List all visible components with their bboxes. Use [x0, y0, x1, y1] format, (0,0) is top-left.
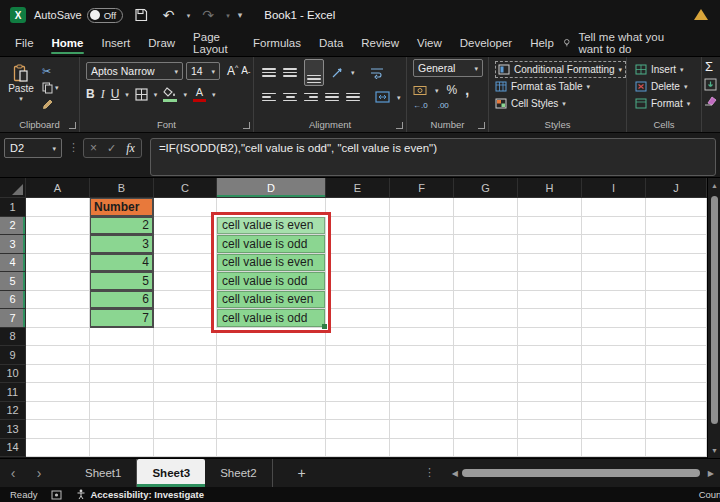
format-cells-button[interactable]: Format ▾: [635, 95, 701, 112]
row-header-8[interactable]: 8: [0, 328, 26, 347]
cell-B12[interactable]: [90, 402, 154, 421]
accessibility-status[interactable]: Accessibility: Investigate: [76, 489, 204, 500]
clear-button[interactable]: [702, 95, 717, 106]
cell-H1[interactable]: [518, 198, 582, 217]
scroll-up-icon[interactable]: ▲: [708, 182, 720, 189]
font-size-select[interactable]: 14▾: [186, 62, 220, 80]
cell-F4[interactable]: [390, 254, 454, 273]
cell-B5[interactable]: 5: [90, 272, 154, 291]
cell-F3[interactable]: [390, 235, 454, 254]
cell-D13[interactable]: [217, 420, 326, 439]
cell-H2[interactable]: [518, 217, 582, 236]
font-color-button[interactable]: A: [193, 86, 206, 102]
row-header-6[interactable]: 6: [0, 291, 26, 310]
cell-A12[interactable]: [26, 402, 90, 421]
bold-button[interactable]: B: [86, 87, 95, 101]
cell-I11[interactable]: [582, 383, 646, 402]
cell-H12[interactable]: [518, 402, 582, 421]
cell-A1[interactable]: [26, 198, 90, 217]
cell-I14[interactable]: [582, 439, 646, 458]
select-all-corner[interactable]: [0, 178, 26, 198]
cell-J8[interactable]: [646, 328, 707, 347]
enter-button[interactable]: ✓: [107, 142, 116, 155]
row-header-7[interactable]: 7: [0, 309, 26, 328]
number-dialog-launcher-icon[interactable]: [478, 122, 485, 129]
cell-J2[interactable]: [646, 217, 707, 236]
insert-function-button[interactable]: fx: [126, 141, 135, 156]
cell-A3[interactable]: [26, 235, 90, 254]
cell-E14[interactable]: [326, 439, 390, 458]
cell-C9[interactable]: [154, 346, 217, 365]
merge-center-button[interactable]: [375, 91, 390, 103]
align-middle-button[interactable]: [283, 68, 297, 77]
merge-center-dropdown-icon[interactable]: ▾: [397, 94, 401, 101]
fill-button[interactable]: [702, 78, 717, 91]
cancel-button[interactable]: ×: [90, 141, 97, 155]
autosave-toggle[interactable]: Off: [87, 8, 123, 23]
row-header-12[interactable]: 12: [0, 402, 26, 421]
cell-E3[interactable]: [326, 235, 390, 254]
cell-D9[interactable]: [217, 346, 326, 365]
sheet-tab-sheet1[interactable]: Sheet1: [70, 459, 137, 487]
cell-A5[interactable]: [26, 272, 90, 291]
cell-D3[interactable]: cell value is odd: [217, 235, 326, 254]
cell-F9[interactable]: [390, 346, 454, 365]
cell-G8[interactable]: [454, 328, 518, 347]
cell-B1[interactable]: Number: [90, 198, 154, 217]
cell-D8[interactable]: [217, 328, 326, 347]
cell-D5[interactable]: cell value is odd: [217, 272, 326, 291]
cell-J3[interactable]: [646, 235, 707, 254]
cell-C12[interactable]: [154, 402, 217, 421]
tab-page-layout[interactable]: Page Layout: [184, 30, 244, 56]
tab-formulas[interactable]: Formulas: [244, 30, 310, 56]
cell-H7[interactable]: [518, 309, 582, 328]
cell-H14[interactable]: [518, 439, 582, 458]
row-header-9[interactable]: 9: [0, 346, 26, 365]
cell-G3[interactable]: [454, 235, 518, 254]
name-box[interactable]: D2 ▾: [4, 138, 62, 158]
clipboard-dialog-launcher-icon[interactable]: [69, 122, 76, 129]
cell-J5[interactable]: [646, 272, 707, 291]
orientation-button[interactable]: [331, 66, 344, 79]
cell-B9[interactable]: [90, 346, 154, 365]
accounting-format-button[interactable]: [413, 85, 427, 96]
cell-H5[interactable]: [518, 272, 582, 291]
tell-me-search[interactable]: Tell me what you want to do: [563, 31, 668, 55]
tab-home[interactable]: Home: [43, 30, 93, 56]
tab-developer[interactable]: Developer: [451, 30, 521, 56]
cell-F2[interactable]: [390, 217, 454, 236]
save-icon[interactable]: [131, 5, 151, 25]
formula-input[interactable]: =IF(ISODD(B2),"cell value is odd", "cell…: [150, 138, 716, 176]
align-bottom-button[interactable]: [304, 59, 324, 86]
tab-draw[interactable]: Draw: [139, 30, 184, 56]
column-header-I[interactable]: I: [582, 178, 646, 198]
cell-F12[interactable]: [390, 402, 454, 421]
add-sheet-button[interactable]: +: [287, 459, 317, 487]
cell-C7[interactable]: [154, 309, 217, 328]
paste-dropdown-icon[interactable]: ▾: [19, 95, 23, 102]
row-header-5[interactable]: 5: [0, 272, 26, 291]
insert-cells-button[interactable]: Insert ▾: [635, 61, 701, 78]
cell-I3[interactable]: [582, 235, 646, 254]
hscroll-right-icon[interactable]: ▶: [708, 469, 714, 478]
cell-I6[interactable]: [582, 291, 646, 310]
cell-J11[interactable]: [646, 383, 707, 402]
cell-F6[interactable]: [390, 291, 454, 310]
grid-table[interactable]: ABCDEFGHIJ1Number22cell value is even33c…: [0, 178, 707, 458]
column-header-F[interactable]: F: [390, 178, 454, 198]
cell-C1[interactable]: [154, 198, 217, 217]
font-name-select[interactable]: Aptos Narrow▾: [86, 62, 183, 80]
cell-I5[interactable]: [582, 272, 646, 291]
cell-A6[interactable]: [26, 291, 90, 310]
scroll-down-icon[interactable]: ▼: [708, 447, 720, 454]
cell-J1[interactable]: [646, 198, 707, 217]
borders-dropdown-icon[interactable]: ▾: [154, 91, 158, 98]
cell-I1[interactable]: [582, 198, 646, 217]
decrease-indent-button[interactable]: [325, 93, 339, 102]
align-center-button[interactable]: [283, 93, 297, 102]
cell-G12[interactable]: [454, 402, 518, 421]
column-header-H[interactable]: H: [518, 178, 582, 198]
cell-J4[interactable]: [646, 254, 707, 273]
formula-bar-grip[interactable]: ⋮: [68, 141, 79, 154]
align-left-button[interactable]: [262, 93, 276, 102]
